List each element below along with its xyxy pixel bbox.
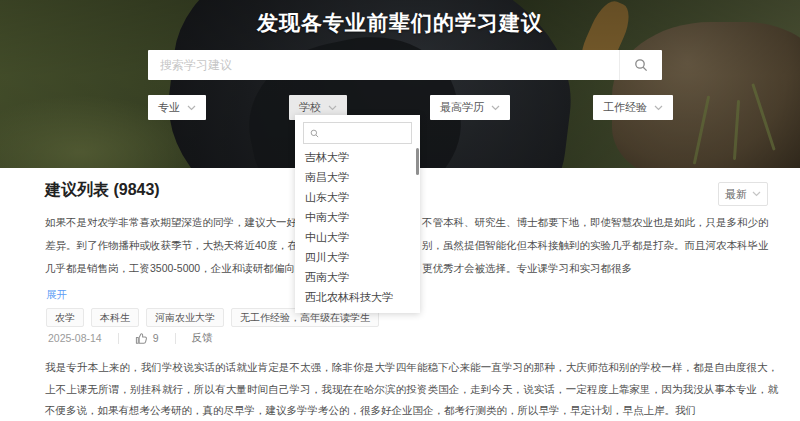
sort-label: 最新 xyxy=(725,187,747,202)
advice-text-segment: 更优秀才会被选择。专业课学习和实习都很多 xyxy=(422,257,632,280)
tag: 本科生 xyxy=(91,308,139,327)
advice-text-segment: 别，虽然提倡智能化但本科接触到的实验几乎都是打杂。而且河农本科毕业 xyxy=(422,234,769,257)
filter-button[interactable]: 最高学历 xyxy=(430,95,510,120)
filter-label: 专业 xyxy=(158,100,180,115)
advice-text-segment: 几乎都是销售岗，工资3500-5000，企业和读研都偏向 xyxy=(45,262,295,274)
search-input[interactable] xyxy=(148,50,619,80)
filter-label: 工作经验 xyxy=(603,100,647,115)
sort-button[interactable]: 最新 xyxy=(718,182,768,206)
school-option[interactable]: 西南大学 xyxy=(295,267,420,287)
filter-label: 学校 xyxy=(299,100,321,115)
school-dropdown-panel: 吉林大学南昌大学山东大学中南大学中山大学四川大学西南大学西北农林科技大学 xyxy=(295,115,420,313)
chevron-down-icon xyxy=(752,191,761,197)
school-option[interactable]: 西北农林科技大学 xyxy=(295,287,420,307)
dropdown-search-input[interactable] xyxy=(323,126,405,140)
search-icon xyxy=(634,58,648,72)
advice-text-segment: 如果不是对农学非常喜欢期望深造的同学，建议大一好 xyxy=(45,216,297,228)
search-bar xyxy=(148,50,662,80)
school-option[interactable]: 中山大学 xyxy=(295,227,420,247)
school-option[interactable]: 吉林大学 xyxy=(295,147,420,167)
list-title: 建议列表 (9843) xyxy=(45,180,160,201)
item-date: 2025-08-14 xyxy=(48,332,102,344)
tag: 河南农业大学 xyxy=(146,308,224,327)
filter-label: 最高学历 xyxy=(440,100,484,115)
filter-button[interactable]: 工作经验 xyxy=(593,95,673,120)
dropdown-search-box xyxy=(303,122,412,144)
page-title: 发现各专业前辈们的学习建议 xyxy=(0,9,800,37)
dropdown-scrollbar-thumb[interactable] xyxy=(416,148,419,175)
study-advice-page: 发现各专业前辈们的学习建议 专业学校最高学历工作经验 吉林大学南昌大学山东大学中… xyxy=(0,0,800,421)
divider xyxy=(175,333,176,344)
school-option[interactable]: 南昌大学 xyxy=(295,167,420,187)
search-icon xyxy=(310,128,319,139)
filter-button[interactable]: 专业 xyxy=(148,95,206,120)
school-option[interactable]: 山东大学 xyxy=(295,187,420,207)
school-option-list: 吉林大学南昌大学山东大学中南大学中山大学四川大学西南大学西北农林科技大学 xyxy=(295,147,420,307)
feedback-link[interactable]: 反馈 xyxy=(192,331,213,345)
like-button[interactable]: 9 xyxy=(135,332,159,345)
chevron-down-icon xyxy=(187,105,196,111)
school-option[interactable]: 四川大学 xyxy=(295,247,420,267)
thumbs-up-icon xyxy=(135,332,148,345)
item-meta: 2025-08-14 9 反馈 xyxy=(48,331,213,345)
advice-text-segment: 差异。到了作物播种或收获季节，大热天将近40度，在 xyxy=(45,239,298,251)
expand-link[interactable]: 展开 xyxy=(46,288,67,302)
search-button[interactable] xyxy=(619,50,662,80)
divider xyxy=(118,333,119,344)
chevron-down-icon xyxy=(654,105,663,111)
school-option[interactable]: 中南大学 xyxy=(295,207,420,227)
chevron-down-icon xyxy=(491,105,500,111)
advice-text-segment: 不管本科、研究生、博士都要下地，即使智慧农业也是如此，只是多和少的 xyxy=(422,211,769,234)
advice-item-text: 我是专升本上来的，我们学校说实话的话就业肯定是不太强，除非你是大学四年能稳下心来… xyxy=(45,357,778,421)
chevron-down-icon xyxy=(328,105,337,111)
tag: 农学 xyxy=(46,308,84,327)
like-count: 9 xyxy=(153,332,159,344)
